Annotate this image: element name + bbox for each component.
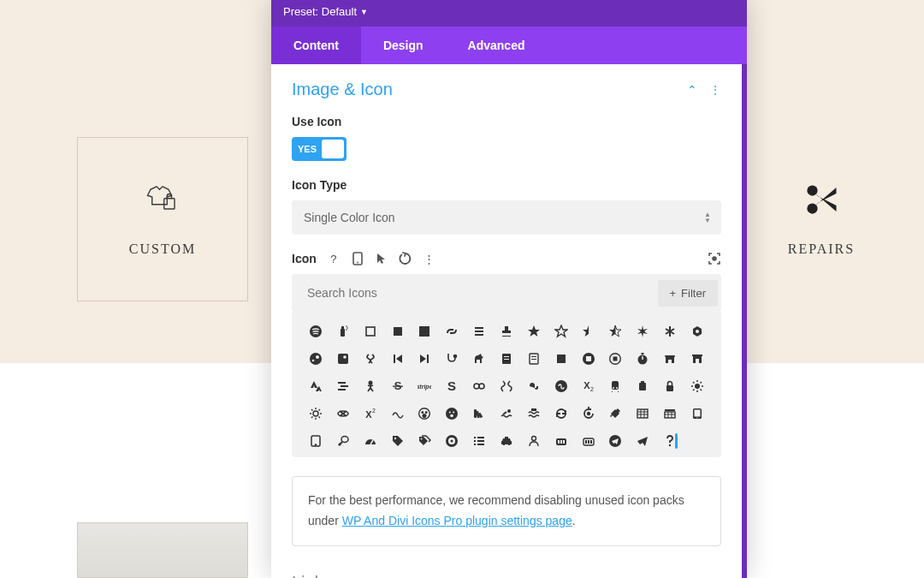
- icon-option-asterisk[interactable]: [660, 324, 679, 339]
- icon-option-stayl[interactable]: [688, 324, 707, 339]
- svg-point-85: [696, 417, 697, 418]
- notice-link[interactable]: WP And Divi Icons Pro plugin settings pa…: [342, 514, 572, 527]
- icon-option-lock[interactable]: [660, 378, 679, 394]
- icon-option-spray[interactable]: [334, 324, 352, 339]
- icon-option-question[interactable]: [660, 433, 679, 449]
- icon-option-products-2[interactable]: [579, 433, 598, 449]
- icon-option-tachometer[interactable]: [361, 433, 380, 449]
- icon-option-tasks[interactable]: [470, 433, 489, 449]
- icon-option-spotify[interactable]: [306, 324, 325, 339]
- dynamic-icon[interactable]: ⋮: [423, 252, 436, 265]
- reset-icon[interactable]: [399, 252, 412, 265]
- icon-option-products[interactable]: [552, 433, 571, 449]
- section-header[interactable]: Image & Icon ⌃ ⋮: [292, 80, 721, 99]
- tab-design[interactable]: Design: [361, 27, 446, 64]
- icon-option-super-x[interactable]: X2: [361, 406, 380, 421]
- icon-option-star[interactable]: [524, 324, 543, 339]
- responsive-icon[interactable]: [351, 252, 364, 265]
- icon-option-stream[interactable]: [334, 378, 352, 394]
- icon-option-tennis[interactable]: [334, 433, 352, 449]
- expand-icon[interactable]: [708, 252, 721, 265]
- icon-option-star-half[interactable]: [579, 324, 598, 339]
- icon-option-stumble[interactable]: [524, 378, 543, 394]
- hover-icon[interactable]: [375, 252, 388, 265]
- icon-option-sub[interactable]: X2: [579, 378, 598, 394]
- icon-option-plane[interactable]: [633, 433, 652, 449]
- icon-type-select[interactable]: Single Color Icon ▲▼: [292, 200, 721, 235]
- svg-rect-74: [474, 409, 477, 418]
- svg-rect-12: [366, 327, 375, 336]
- icon-option-note[interactable]: [497, 351, 516, 366]
- icon-option-stroop[interactable]: [470, 378, 489, 394]
- icon-option-notes[interactable]: [524, 351, 543, 366]
- icon-label: Icon: [292, 252, 317, 265]
- use-icon-toggle[interactable]: YES: [292, 137, 346, 161]
- icon-option-street[interactable]: [361, 378, 380, 394]
- icon-option-stop-circ[interactable]: [579, 351, 598, 366]
- icon-option-tablet-a[interactable]: [306, 433, 325, 449]
- search-input[interactable]: [307, 286, 658, 300]
- collapse-icon[interactable]: ⌃: [687, 83, 697, 97]
- svg-text:stripe: stripe: [418, 384, 431, 390]
- icon-option-swim[interactable]: [497, 406, 516, 421]
- icon-option-sync[interactable]: [552, 406, 571, 421]
- icon-option-steam[interactable]: [306, 351, 325, 366]
- icon-option-square-o[interactable]: [361, 324, 380, 339]
- icon-option-step-fwd[interactable]: [415, 351, 434, 366]
- icon-option-stop-circ-o[interactable]: [606, 351, 625, 366]
- icon-option-surprise-o[interactable]: [442, 406, 461, 421]
- icon-option-taxi[interactable]: [497, 433, 516, 449]
- icon-option-syringe[interactable]: [606, 406, 625, 421]
- icon-option-sync-a[interactable]: [579, 406, 598, 421]
- icon-option-super[interactable]: [334, 406, 352, 421]
- icon-option-suit[interactable]: [633, 378, 652, 394]
- icon-option-target[interactable]: [442, 433, 461, 449]
- icon-option-subway[interactable]: [606, 378, 625, 394]
- icon-option-stripe[interactable]: stripe: [415, 378, 434, 394]
- icon-option-square-fill[interactable]: [415, 324, 434, 339]
- icon-option-swatch[interactable]: [388, 406, 407, 421]
- icon-option-strike[interactable]: S: [388, 378, 407, 394]
- icon-option-steth[interactable]: [442, 351, 461, 366]
- icon-option-swim-2[interactable]: [524, 406, 543, 421]
- icon-option-star-half-o[interactable]: [606, 324, 625, 339]
- tab-advanced[interactable]: Advanced: [446, 27, 548, 64]
- svg-rect-24: [394, 355, 395, 363]
- icon-option-stub[interactable]: [497, 378, 516, 394]
- more-icon[interactable]: ⋮: [709, 83, 721, 97]
- icon-option-tablet[interactable]: [688, 406, 707, 421]
- icon-option-step-back[interactable]: [388, 351, 407, 366]
- tab-content[interactable]: Content: [271, 27, 361, 64]
- icon-option-table-t[interactable]: [660, 406, 679, 421]
- icon-option-store-alt[interactable]: [688, 351, 707, 366]
- icon-option-stumble-c[interactable]: [552, 378, 571, 394]
- icon-option-stripe-s[interactable]: S: [442, 378, 461, 394]
- icon-option-star-o[interactable]: [552, 324, 571, 339]
- icon-option-steam-sym[interactable]: [361, 351, 380, 366]
- icon-option-swatch-b[interactable]: [470, 406, 489, 421]
- icon-option-stack[interactable]: [470, 324, 489, 339]
- icon-option-store[interactable]: [660, 351, 679, 366]
- link-section-header[interactable]: Link ⌄: [271, 546, 742, 578]
- icon-type-label: Icon Type: [292, 178, 721, 192]
- help-icon[interactable]: ?: [327, 252, 341, 265]
- icon-option-stop[interactable]: [552, 351, 571, 366]
- icon-option-sun-o[interactable]: [306, 406, 325, 421]
- icon-option-tag[interactable]: [388, 433, 407, 449]
- icon-option-surprise[interactable]: [415, 406, 434, 421]
- icon-option-stopwatch[interactable]: [633, 351, 652, 366]
- icon-option-tags[interactable]: [415, 433, 434, 449]
- icon-option-squarespace[interactable]: [442, 324, 461, 339]
- icon-option-telegram[interactable]: [606, 433, 625, 449]
- icon-option-table[interactable]: [633, 406, 652, 421]
- filter-button[interactable]: + Filter: [658, 280, 718, 307]
- icon-option-team-o[interactable]: [524, 433, 543, 449]
- icon-option-stamp[interactable]: [497, 324, 516, 339]
- icon-option-strava[interactable]: [306, 378, 325, 394]
- icon-option-steam-sq[interactable]: [334, 351, 352, 366]
- icon-option-sun[interactable]: [688, 378, 707, 394]
- icon-option-star-life[interactable]: [633, 324, 652, 339]
- preset-bar[interactable]: Preset: Default ▼: [271, 0, 747, 27]
- icon-option-square[interactable]: [388, 324, 407, 339]
- icon-option-horse[interactable]: [470, 351, 489, 366]
